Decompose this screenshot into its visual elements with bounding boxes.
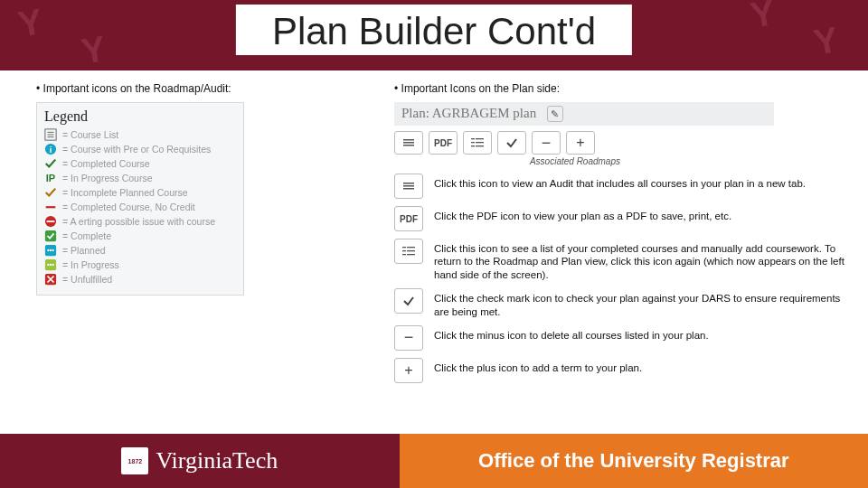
legend-label: = Complete (62, 230, 111, 241)
roadmap-icons-heading: Important icons on the Roadmap/Audit: (36, 82, 394, 95)
svg-rect-20 (403, 142, 414, 144)
desc-text: Click this icon to view an Audit that in… (434, 174, 806, 190)
checkmark-icon (394, 288, 423, 314)
associated-roadmaps-label: Associated Roadmaps (394, 156, 620, 166)
plan-label: Plan: AGRBAGEM plan (401, 106, 536, 120)
legend-row-no-credit: = Completed Course, No Credit (44, 201, 236, 213)
plan-icons-heading: Important Icons on the Plan side: (394, 82, 850, 95)
decorative-branch: Y (811, 21, 841, 61)
left-column: Important icons on the Roadmap/Audit: Le… (36, 82, 394, 420)
legend-title: Legend (44, 108, 236, 125)
info-icon: i (44, 143, 57, 155)
legend-row-course-list: = Course List (44, 128, 236, 141)
header-band: Y Y Y Y Plan Builder Cont'd (0, 0, 868, 70)
completed-courses-button[interactable] (463, 131, 492, 155)
right-column: Important Icons on the Plan side: Plan: … (394, 82, 850, 420)
svg-rect-31 (402, 247, 406, 248)
legend-label: = Unfulfilled (62, 274, 112, 285)
desc-text: Click the check mark icon to check your … (434, 288, 850, 318)
plan-header: Plan: AGRBAGEM plan ✎ (394, 102, 774, 126)
legend-label: = In Progress (62, 259, 119, 270)
svg-point-12 (50, 249, 52, 251)
pdf-icon: PDF (394, 206, 423, 231)
legend-label: = Course with Pre or Co Requisites (62, 144, 211, 155)
legend-label: = Completed Course (62, 158, 150, 169)
svg-rect-8 (47, 221, 55, 222)
incomplete-planned-icon (44, 186, 57, 199)
plan-toolbar: PDF − + (394, 131, 850, 155)
legend-label: = Planned (62, 245, 106, 256)
svg-rect-21 (403, 145, 414, 146)
svg-rect-22 (471, 138, 475, 139)
desc-row-pdf: PDF Click the PDF icon to view your plan… (394, 206, 850, 231)
desc-row-completed: Click this icon to see a list of your co… (394, 239, 850, 281)
legend-row-complete: = Complete (44, 230, 236, 242)
check-badge-icon (44, 230, 57, 242)
unfulfilled-badge-icon (44, 273, 57, 286)
decorative-branch: Y (748, 0, 778, 33)
in-progress-badge-icon (44, 258, 57, 271)
svg-rect-6 (46, 206, 56, 208)
audit-button[interactable] (394, 131, 423, 155)
legend-row-prereq: i = Course with Pre or Co Requisites (44, 143, 236, 155)
plus-icon: + (394, 358, 423, 383)
legend-label: = In Progress Course (62, 173, 153, 183)
svg-point-17 (52, 264, 53, 266)
desc-text: Click the minus icon to delete all cours… (434, 325, 709, 342)
svg-rect-32 (407, 247, 415, 248)
completed-list-icon (394, 239, 423, 264)
legend-row-incomplete-planned: = Incomplete Planned Course (44, 186, 236, 199)
minus-icon (44, 201, 57, 213)
check-icon (44, 157, 57, 170)
svg-rect-33 (402, 250, 406, 251)
decorative-branch: Y (15, 3, 45, 42)
pdf-button[interactable]: PDF (429, 131, 458, 155)
no-entry-icon (44, 215, 57, 228)
legend-label: = A erting possible issue with course (62, 216, 215, 227)
desc-text: Click this icon to see a list of your co… (434, 239, 850, 281)
page-title: Plan Builder Cont'd (236, 5, 632, 55)
legend-row-in-progress: IP = In Progress Course (44, 172, 236, 184)
content-area: Important icons on the Roadmap/Audit: Le… (0, 77, 868, 420)
decorative-branch: Y (79, 30, 108, 70)
svg-rect-25 (476, 142, 484, 143)
svg-point-15 (47, 264, 49, 266)
legend-row-completed: = Completed Course (44, 157, 236, 170)
check-plan-button[interactable] (497, 131, 526, 155)
desc-row-audit: Click this icon to view an Audit that in… (394, 174, 850, 199)
delete-courses-button[interactable]: − (532, 131, 561, 155)
svg-rect-28 (403, 183, 414, 184)
footer: 1872 VirginiaTech Office of the Universi… (0, 434, 868, 488)
svg-rect-35 (402, 254, 406, 255)
desc-row-minus: − Click the minus icon to delete all cou… (394, 325, 850, 351)
edit-icon[interactable]: ✎ (547, 106, 563, 122)
add-term-button[interactable]: + (566, 131, 595, 155)
legend-row-in-progress2: = In Progress (44, 258, 236, 271)
vt-wordmark: VirginiaTech (156, 447, 278, 474)
desc-text: Click the PDF icon to view your plan as … (434, 206, 731, 222)
svg-point-13 (52, 249, 53, 251)
svg-rect-23 (476, 138, 484, 139)
registrar-label: Office of the University Registrar (478, 449, 789, 473)
svg-rect-24 (471, 142, 475, 143)
desc-row-plus: + Click the plus icon to add a term to y… (394, 358, 850, 383)
desc-text: Click the plus icon to add a term to you… (434, 358, 642, 374)
planned-badge-icon (44, 244, 57, 257)
legend-row-planned: = Planned (44, 244, 236, 257)
svg-text:i: i (50, 145, 52, 155)
legend-label: = Incomplete Planned Course (62, 187, 188, 198)
vt-logo: 1872 VirginiaTech (121, 447, 278, 474)
svg-point-11 (47, 249, 49, 251)
svg-rect-9 (45, 230, 56, 241)
footer-brand: 1872 VirginiaTech (0, 434, 400, 488)
legend-panel: Legend = Course List i = Course with Pre… (36, 102, 244, 296)
legend-label: = Course List (62, 129, 118, 140)
svg-rect-26 (471, 145, 475, 146)
legend-row-issue: = A erting possible issue with course (44, 215, 236, 228)
legend-label: = Completed Course, No Credit (62, 202, 195, 212)
svg-rect-19 (403, 139, 414, 141)
vt-shield-icon: 1872 (121, 447, 148, 474)
svg-rect-36 (407, 254, 415, 255)
svg-rect-30 (403, 188, 414, 190)
minus-icon: − (394, 325, 423, 351)
